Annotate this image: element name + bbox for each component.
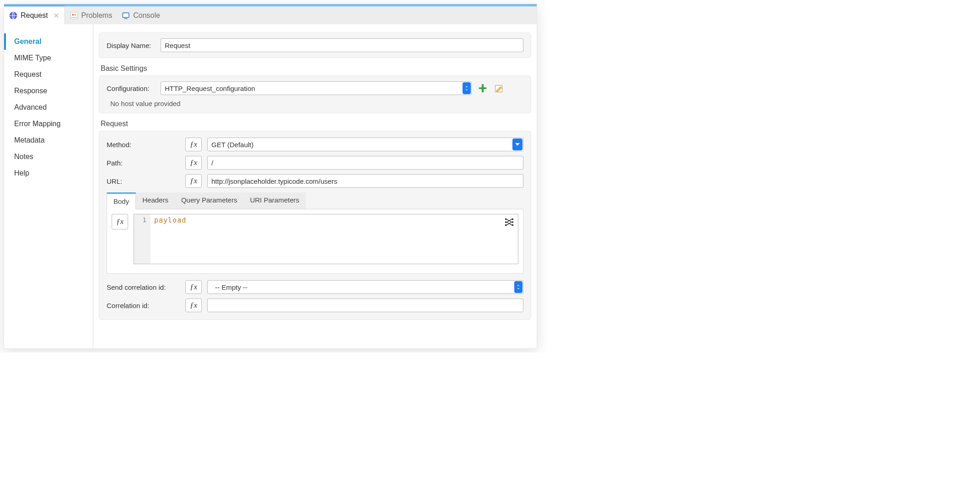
console-icon (121, 11, 130, 20)
display-name-label: Display Name: (107, 42, 155, 49)
configuration-label: Configuration: (107, 85, 155, 92)
host-message: No host value provided (107, 100, 180, 107)
svg-point-16 (512, 221, 514, 223)
body-code-box[interactable]: 1 payload (134, 214, 518, 264)
svg-point-12 (505, 218, 507, 220)
display-name-input[interactable] (161, 38, 523, 52)
tab-problems[interactable]: Problems (65, 6, 117, 24)
sidebar-item-label: Error Mapping (14, 120, 60, 128)
configuration-select[interactable] (161, 81, 472, 95)
edit-configuration-button[interactable] (494, 83, 505, 94)
sidebar-item-help[interactable]: Help (4, 165, 93, 181)
sidebar-item-label: Request (14, 70, 42, 78)
subtab-query-parameters[interactable]: Query Parameters (175, 192, 244, 209)
close-icon[interactable] (53, 12, 60, 19)
fx-button[interactable]: ƒx (185, 138, 202, 151)
sidebar-item-general[interactable]: General (4, 33, 93, 50)
svg-rect-1 (70, 12, 77, 19)
svg-point-3 (74, 14, 76, 16)
code-gutter: 1 (134, 214, 151, 264)
svg-point-14 (505, 224, 507, 226)
send-correlation-id-label: Send correlation id: (107, 283, 180, 291)
tab-problems-label: Problems (81, 11, 113, 20)
add-configuration-button[interactable] (477, 83, 488, 94)
sidebar-item-error-mapping[interactable]: Error Mapping (4, 116, 93, 132)
sidebar-item-notes[interactable]: Notes (4, 149, 93, 165)
fx-button[interactable]: ƒx (112, 214, 128, 229)
fx-button[interactable]: ƒx (185, 298, 202, 312)
fx-button[interactable]: ƒx (185, 156, 202, 170)
method-label: Method: (107, 141, 180, 149)
request-globe-icon (9, 11, 18, 20)
code-token: payload (154, 216, 186, 224)
svg-rect-6 (123, 13, 129, 17)
send-correlation-id-select[interactable] (207, 280, 523, 294)
sidebar-item-request[interactable]: Request (4, 66, 93, 83)
svg-rect-9 (479, 87, 487, 89)
tab-request-label: Request (21, 11, 48, 20)
svg-rect-4 (71, 17, 77, 18)
subtab-label: URI Parameters (250, 196, 299, 204)
path-label: Path: (107, 159, 180, 167)
sidebar: General MIME Type Request Response Advan… (4, 24, 93, 348)
body-code[interactable]: payload (151, 214, 518, 264)
correlation-id-label: Correlation id: (107, 302, 180, 309)
sidebar-item-label: Advanced (14, 103, 47, 111)
subtab-label: Query Parameters (181, 196, 237, 204)
tab-console[interactable]: Console (117, 6, 165, 24)
basic-settings-panel: Configuration: No host val (99, 75, 531, 113)
request-section-title: Request (99, 120, 531, 128)
svg-point-13 (505, 221, 507, 223)
editor-top-tabbar: Request Problems Console (4, 4, 537, 24)
request-panel: Method: ƒx Path: ƒx URL: (99, 131, 531, 320)
sidebar-item-response[interactable]: Response (4, 83, 93, 99)
url-input[interactable] (207, 174, 523, 188)
subtab-uri-parameters[interactable]: URI Parameters (243, 192, 306, 209)
basic-settings-title: Basic Settings (99, 64, 531, 73)
svg-rect-7 (124, 18, 128, 19)
subtab-body[interactable]: Body (107, 192, 136, 209)
sidebar-item-advanced[interactable]: Advanced (4, 99, 93, 116)
url-label: URL: (107, 177, 180, 185)
svg-point-17 (512, 224, 514, 226)
path-input[interactable] (207, 156, 523, 170)
dataweave-map-icon[interactable] (504, 217, 514, 227)
problems-icon (70, 11, 79, 20)
line-number: 1 (143, 216, 147, 224)
fx-button[interactable]: ƒx (185, 280, 202, 294)
sidebar-item-label: General (14, 37, 42, 45)
sidebar-item-label: MIME Type (14, 54, 51, 62)
tab-request[interactable]: Request (4, 5, 65, 24)
display-name-panel: Display Name: (99, 32, 531, 58)
sidebar-item-mime-type[interactable]: MIME Type (4, 50, 93, 66)
method-select[interactable] (207, 138, 523, 151)
content-area: Display Name: Basic Settings Configurati… (93, 24, 537, 348)
subtab-label: Body (113, 197, 129, 205)
svg-point-15 (512, 218, 514, 220)
sidebar-item-label: Metadata (14, 136, 45, 144)
sidebar-item-metadata[interactable]: Metadata (4, 132, 93, 149)
tab-console-label: Console (133, 11, 160, 20)
subtab-headers[interactable]: Headers (136, 192, 175, 209)
sidebar-item-label: Notes (14, 153, 33, 160)
body-split: General MIME Type Request Response Advan… (4, 24, 537, 348)
svg-point-2 (72, 14, 74, 16)
sidebar-item-label: Response (14, 87, 47, 95)
body-editor: ƒx 1 payload (107, 209, 523, 274)
subtab-label: Headers (142, 196, 168, 204)
sidebar-item-label: Help (14, 169, 29, 177)
app-window: Request Problems Console General MIME Ty… (4, 4, 537, 349)
correlation-id-input[interactable] (207, 298, 523, 312)
fx-button[interactable]: ƒx (185, 174, 202, 188)
request-subtabs: Body Headers Query Parameters URI Parame… (107, 192, 523, 209)
